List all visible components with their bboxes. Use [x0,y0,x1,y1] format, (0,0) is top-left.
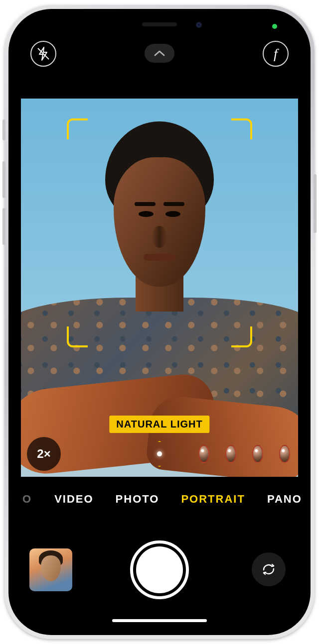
camera-controls-expand-button[interactable] [145,44,174,63]
hw-side-button [314,174,317,233]
portrait-lighting-picker[interactable] [21,439,298,469]
zoom-toggle-button[interactable]: 2× [27,437,61,471]
speaker-grille [142,22,177,26]
flash-off-icon [35,46,51,62]
home-indicator[interactable] [112,619,207,622]
front-camera [196,22,202,28]
lighting-option-stage-mono[interactable] [279,445,290,463]
lighting-option-stage[interactable] [252,445,263,463]
lighting-option-contour[interactable] [225,445,236,463]
switch-camera-button[interactable] [252,552,286,586]
chevron-up-icon [154,50,165,57]
hw-volume-up [2,161,5,198]
portrait-lighting-label: NATURAL LIGHT [109,416,209,433]
zoom-level-label: 2× [37,447,50,461]
last-photo-thumbnail-button[interactable] [29,548,72,591]
mode-item-portrait[interactable]: PORTRAIT [181,493,245,506]
f-number-icon: f [274,46,278,62]
depth-control-button[interactable]: f [263,41,289,67]
viewfinder[interactable]: NATURAL LIGHT 2× [21,99,298,477]
camera-mode-scroller[interactable]: O VIDEO PHOTO PORTRAIT PANO [14,488,305,511]
hw-volume-down [2,208,5,245]
mode-item-partial[interactable]: O [22,493,32,506]
shutter-button[interactable] [130,540,189,599]
screen: f [14,15,305,629]
notch [98,15,221,34]
camera-in-use-indicator [272,24,277,29]
hw-silence-switch [2,119,5,140]
mode-item-photo[interactable]: PHOTO [116,493,160,506]
lighting-option-natural[interactable] [147,441,172,467]
iphone-frame: f [4,5,315,639]
lighting-option-studio[interactable] [198,445,209,463]
mode-item-video[interactable]: VIDEO [54,493,93,506]
camera-flip-icon [260,560,278,578]
mode-item-pano[interactable]: PANO [267,493,302,506]
flash-toggle-button[interactable] [30,41,56,67]
